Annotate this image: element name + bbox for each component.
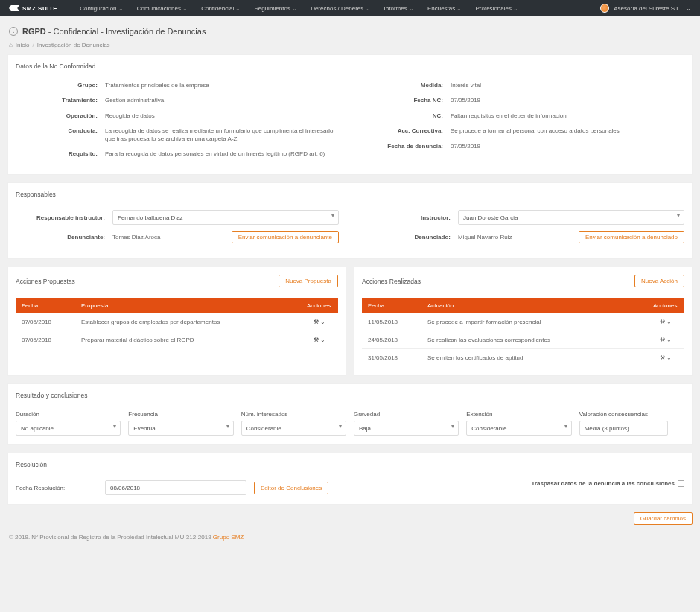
- btn-nueva-accion[interactable]: Nueva Acción: [634, 275, 684, 287]
- label-tratamiento: Tratamiento:: [16, 97, 105, 104]
- cell-fecha: 24/05/2018: [362, 331, 421, 349]
- select-gravedad[interactable]: Baja: [354, 421, 459, 436]
- page-title-strong: RGPD: [22, 27, 46, 36]
- footer-link[interactable]: Grupo SMZ: [213, 534, 244, 541]
- input-fecha-resolucion[interactable]: [105, 480, 246, 495]
- nav-comunicaciones[interactable]: Comunicaciones: [137, 5, 188, 12]
- input-valoracion: [579, 421, 668, 436]
- nav-informes[interactable]: Informes: [384, 5, 414, 12]
- nav-confidencial[interactable]: Confidencial: [201, 5, 241, 12]
- cell-fecha: 11/05/2018: [362, 313, 421, 331]
- cell-propuesta: Establecer grupos de empleados por depar…: [75, 313, 301, 331]
- label-nc: NC:: [361, 112, 451, 120]
- value-medida: Interés vital: [451, 82, 684, 89]
- value-tratamiento: Gestion administrativa: [105, 97, 339, 104]
- btn-com-denunciante[interactable]: Enviar comunicación a denunciante: [232, 231, 339, 243]
- select-instructor[interactable]: Juan Doroste Garcia: [458, 210, 684, 225]
- breadcrumb-sep: /: [33, 42, 34, 48]
- nav-encuestas[interactable]: Encuestas: [427, 5, 462, 12]
- label-fecha-resolucion: Fecha Resolución:: [16, 485, 98, 491]
- table-realizadas: Fecha Actuación Acciones 11/05/2018 Se p…: [362, 298, 684, 366]
- page-title-rest: - Confidencial - Investigación de Denunc…: [48, 27, 206, 36]
- panel-no-conformidad: Datos de la No Conformidad Grupo:Tratami…: [7, 54, 693, 175]
- label-denunciado: Denunciado:: [361, 234, 451, 240]
- nav-profesionales[interactable]: Profesionales: [475, 5, 518, 12]
- chevron-down-icon[interactable]: ⌄: [320, 319, 325, 325]
- value-acc-correctiva: Se procede a formar al personal con acce…: [451, 127, 684, 135]
- value-denunciado: Miguel Navarro Ruiz: [458, 234, 512, 240]
- select-frecuencia[interactable]: Eventual: [128, 421, 233, 436]
- user-menu[interactable]: Asesoría del Sureste S.L. ⌄: [600, 4, 691, 13]
- label-extension: Extensión: [466, 411, 571, 418]
- table-row: 07/05/2018 Preparar material didáctico s…: [16, 331, 338, 349]
- chevron-down-icon: ⌄: [686, 5, 691, 12]
- panel-realizadas: Acciones Realizadas Nueva Acción Fecha A…: [354, 267, 693, 376]
- tools-icon[interactable]: ⚒: [314, 319, 319, 325]
- chevron-down-icon[interactable]: ⌄: [666, 354, 672, 361]
- user-name: Asesoría del Sureste S.L.: [614, 5, 681, 12]
- transfer-action[interactable]: Traspasar datos de la denuncia a las con…: [387, 480, 684, 487]
- chevron-down-icon[interactable]: ⌄: [320, 337, 325, 343]
- cell-fecha: 07/05/2018: [16, 313, 75, 331]
- nav-configuracion[interactable]: Configuración: [80, 5, 124, 12]
- label-duracion: Duración: [16, 411, 121, 418]
- select-duracion[interactable]: No aplicable: [16, 421, 121, 436]
- tools-icon[interactable]: ⚒: [660, 354, 665, 361]
- label-num-interesados: Núm. interesados: [241, 411, 346, 418]
- transfer-label: Traspasar datos de la denuncia a las con…: [531, 480, 675, 487]
- value-grupo: Tratamientos principales de la empresa: [105, 82, 339, 89]
- btn-guardar[interactable]: Guardar cambios: [634, 512, 693, 525]
- back-button[interactable]: ‹: [9, 27, 18, 36]
- label-gravedad: Gravedad: [354, 411, 459, 418]
- panel-title: Resultado y conclusiones: [16, 392, 684, 399]
- select-extension[interactable]: Considerable: [466, 421, 571, 436]
- label-requisito: Requisito:: [16, 150, 105, 158]
- panel-title: Acciones Propuestas: [16, 278, 75, 285]
- th-fecha: Fecha: [362, 298, 421, 313]
- cell-fecha: 31/05/2018: [362, 349, 421, 367]
- tools-icon[interactable]: ⚒: [660, 319, 665, 325]
- brand-logo: SMZ SUITE: [9, 5, 57, 12]
- breadcrumb-home[interactable]: Inicio: [16, 42, 30, 48]
- label-fecha-denuncia: Fecha de denuncia:: [361, 143, 451, 150]
- panel-responsables: Responsables Responsable instructor: Fer…: [7, 182, 693, 259]
- value-denunciante: Tomas Diaz Aroca: [112, 234, 160, 240]
- label-operacion: Operación:: [16, 112, 105, 120]
- chevron-down-icon[interactable]: ⌄: [666, 337, 672, 343]
- select-num-interesados[interactable]: Considerable: [241, 421, 346, 436]
- footer-text: © 2018. Nº Provisional de Registro de la…: [9, 534, 213, 541]
- panel-resultado: Resultado y conclusiones Duración No apl…: [7, 383, 693, 445]
- value-requisito: Para la recogida de datos personales en …: [105, 150, 339, 158]
- nav-seguimientos[interactable]: Seguimientos: [254, 5, 297, 12]
- panel-title: Responsables: [16, 191, 684, 198]
- table-row: 31/05/2018 Se emiten los certificados de…: [362, 349, 684, 367]
- tools-icon[interactable]: ⚒: [314, 337, 319, 343]
- label-medida: Medida:: [361, 82, 451, 89]
- select-resp-instructor[interactable]: Fernando balbuena Diaz: [112, 210, 339, 225]
- table-row: 24/05/2018 Se realizan las evaluaciones …: [362, 331, 684, 349]
- th-propuesta: Propuesta: [75, 298, 301, 313]
- table-row: 07/05/2018 Establecer grupos de empleado…: [16, 313, 338, 331]
- chevron-down-icon[interactable]: ⌄: [666, 319, 672, 325]
- label-denunciante: Denunciante:: [16, 234, 105, 240]
- nav-derechos[interactable]: Derechos / Deberes: [311, 5, 370, 12]
- th-fecha: Fecha: [16, 298, 75, 313]
- label-acc-correctiva: Acc. Correctiva:: [361, 127, 451, 135]
- brand-icon: [9, 5, 19, 11]
- cell-propuesta: Preparar material didáctico sobre el RGP…: [75, 331, 301, 349]
- label-valoracion: Valoración consecuencias: [579, 411, 684, 418]
- btn-nueva-propuesta[interactable]: Nueva Propuesta: [279, 275, 338, 287]
- value-fecha-nc: 07/05/2018: [451, 97, 684, 104]
- panel-title: Resolución: [16, 461, 684, 468]
- th-acciones: Acciones: [647, 298, 684, 313]
- btn-editor-conclusiones[interactable]: Editor de Conclusiones: [254, 482, 328, 494]
- cell-actuacion: Se procede a impartir formación presenci…: [421, 313, 647, 331]
- th-acciones: Acciones: [301, 298, 338, 313]
- brand-text: SMZ SUITE: [22, 5, 57, 12]
- value-nc: Faltan requisitos en el deber de informa…: [451, 112, 684, 120]
- table-propuestas: Fecha Propuesta Acciones 07/05/2018 Esta…: [16, 298, 338, 348]
- label-frecuencia: Frecuencia: [128, 411, 233, 418]
- btn-com-denunciado[interactable]: Enviar comunicación a denunciado: [579, 231, 684, 243]
- value-conducta: La recogida de datos se realiza mediante…: [105, 127, 339, 143]
- tools-icon[interactable]: ⚒: [660, 337, 665, 343]
